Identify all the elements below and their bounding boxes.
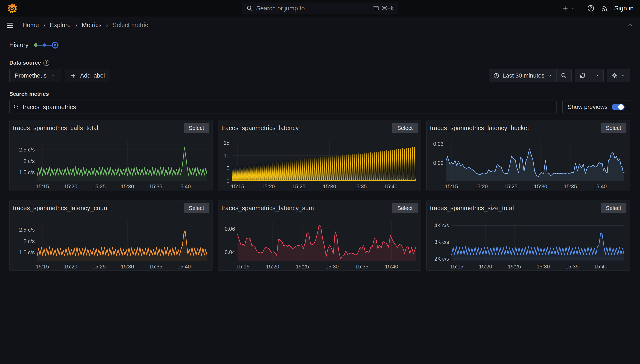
svg-text:4K c/s: 4K c/s — [434, 222, 449, 228]
history-step-current[interactable] — [52, 42, 58, 48]
svg-text:15:30: 15:30 — [323, 184, 336, 190]
breadcrumb-select-metric: Select metric — [112, 22, 148, 28]
svg-text:15:15: 15:15 — [231, 184, 244, 190]
svg-text:0: 0 — [226, 178, 230, 184]
nav-divider — [581, 5, 581, 12]
menu-toggle-button[interactable] — [7, 23, 13, 28]
history-label: History — [9, 42, 28, 48]
svg-text:15:20: 15:20 — [266, 264, 279, 270]
search-icon — [13, 104, 19, 110]
info-icon[interactable]: i — [44, 60, 50, 66]
select-metric-button[interactable]: Select — [392, 123, 418, 133]
svg-text:15:20: 15:20 — [64, 264, 77, 270]
svg-text:10: 10 — [224, 152, 230, 158]
svg-text:15:40: 15:40 — [385, 264, 398, 270]
metrics-search-input[interactable] — [23, 104, 552, 110]
history-connector — [46, 45, 52, 46]
panel-title: traces_spanmetrics_latency_count — [13, 205, 109, 212]
svg-text:15:25: 15:25 — [292, 184, 306, 190]
panel-title: traces_spanmetrics_size_total — [430, 205, 514, 212]
top-nav: Search or jump to... ⌘+k Sign in — [0, 0, 640, 16]
svg-text:0.02: 0.02 — [433, 160, 444, 166]
controls-row: Prometheus Add label Last 30 minutes — [9, 69, 630, 82]
chevron-down-icon — [594, 73, 599, 78]
svg-text:15:25: 15:25 — [508, 264, 521, 270]
chevron-down-icon — [50, 73, 56, 78]
select-metric-button[interactable]: Select — [601, 203, 626, 213]
zoom-out-button[interactable] — [556, 69, 572, 82]
panel-title: traces_spanmetrics_latency_bucket — [430, 124, 529, 132]
svg-text:15:35: 15:35 — [566, 264, 578, 270]
svg-text:15:15: 15:15 — [450, 264, 463, 270]
svg-text:15:40: 15:40 — [594, 184, 606, 190]
refresh-interval-dropdown[interactable] — [590, 69, 604, 82]
refresh-icon — [580, 72, 586, 79]
show-previews-toggle[interactable] — [612, 104, 624, 110]
breadcrumb-separator-icon — [105, 23, 109, 27]
metric-preview-chart: 15:1515:2015:2515:3015:3515:40051015 — [222, 134, 418, 190]
search-icon — [246, 5, 253, 12]
clock-icon — [493, 72, 500, 79]
datasource-picker[interactable]: Prometheus — [9, 69, 61, 82]
zoom-out-icon — [561, 72, 567, 79]
news-rss-icon[interactable] — [600, 4, 608, 12]
history-connector — [38, 45, 43, 46]
svg-text:15:25: 15:25 — [296, 264, 309, 270]
select-metric-button[interactable]: Select — [184, 123, 209, 133]
breadcrumb-separator-icon — [74, 23, 78, 27]
datasource-label: Data source — [9, 60, 41, 66]
svg-text:15:35: 15:35 — [355, 264, 368, 270]
svg-text:2.5 c/s: 2.5 c/s — [19, 146, 34, 152]
collapse-chevron-up-icon[interactable] — [627, 22, 633, 28]
metrics-grid: traces_spanmetrics_calls_total Select 15… — [9, 120, 630, 270]
svg-text:15:35: 15:35 — [149, 264, 162, 270]
svg-text:15:30: 15:30 — [121, 184, 134, 190]
select-metric-button[interactable]: Select — [392, 203, 418, 213]
metric-panel-latency-bucket: traces_spanmetrics_latency_bucket Select… — [426, 120, 630, 190]
breadcrumb-metrics[interactable]: Metrics — [82, 22, 102, 28]
time-range-button[interactable]: Last 30 minutes — [489, 69, 556, 82]
sign-in-button[interactable]: Sign in — [614, 5, 634, 12]
svg-text:0.06: 0.06 — [225, 226, 235, 232]
svg-text:1.5 c/s: 1.5 c/s — [19, 169, 34, 175]
datasource-label-row: Data source i — [9, 60, 630, 66]
history-step-start[interactable] — [34, 43, 38, 47]
add-label-button[interactable]: Add label — [65, 69, 110, 82]
grafana-logo[interactable] — [6, 2, 18, 14]
history-step-mid[interactable] — [43, 44, 46, 46]
panel-title: traces_spanmetrics_calls_total — [13, 124, 98, 132]
help-icon[interactable] — [587, 4, 595, 12]
svg-text:15:20: 15:20 — [479, 264, 492, 270]
add-label-text: Add label — [80, 72, 105, 79]
breadcrumb-home[interactable]: Home — [22, 22, 39, 28]
breadcrumb-explore[interactable]: Explore — [50, 22, 70, 28]
svg-text:0.03: 0.03 — [433, 141, 444, 147]
refresh-button[interactable] — [575, 69, 590, 82]
explore-metrics-main: History Data source i Prometheus Add lab… — [0, 34, 640, 270]
global-search-input[interactable]: Search or jump to... ⌘+k — [242, 2, 398, 14]
select-metric-button[interactable]: Select — [184, 203, 209, 213]
show-previews-control: Show previews — [562, 100, 630, 114]
svg-text:15:35: 15:35 — [354, 184, 366, 190]
svg-text:15:40: 15:40 — [178, 264, 191, 270]
svg-text:15:30: 15:30 — [536, 264, 550, 270]
metric-panel-latency-count: traces_spanmetrics_latency_count Select … — [9, 200, 213, 270]
svg-text:15:15: 15:15 — [236, 264, 250, 270]
time-picker-group: Last 30 minutes — [489, 69, 572, 82]
svg-text:3K c/s: 3K c/s — [434, 239, 449, 245]
new-menu-button[interactable] — [562, 5, 575, 12]
metric-panel-size-total: traces_spanmetrics_size_total Select 15:… — [426, 200, 630, 270]
breadcrumb-separator-icon — [42, 23, 46, 27]
svg-text:15:30: 15:30 — [534, 184, 547, 190]
svg-text:15:25: 15:25 — [92, 184, 106, 190]
metric-preview-chart: 15:1515:2015:2515:3015:3515:400.020.03 — [430, 134, 626, 190]
svg-text:15:35: 15:35 — [149, 184, 162, 190]
settings-button[interactable] — [607, 69, 630, 82]
search-shortcut: ⌘+k — [372, 5, 394, 12]
svg-text:15:20: 15:20 — [262, 184, 275, 190]
select-metric-button[interactable]: Select — [601, 123, 626, 133]
svg-text:15:15: 15:15 — [36, 184, 49, 190]
svg-text:2 c/s: 2 c/s — [24, 158, 35, 164]
svg-text:15:40: 15:40 — [178, 184, 191, 190]
refresh-group — [575, 69, 604, 82]
